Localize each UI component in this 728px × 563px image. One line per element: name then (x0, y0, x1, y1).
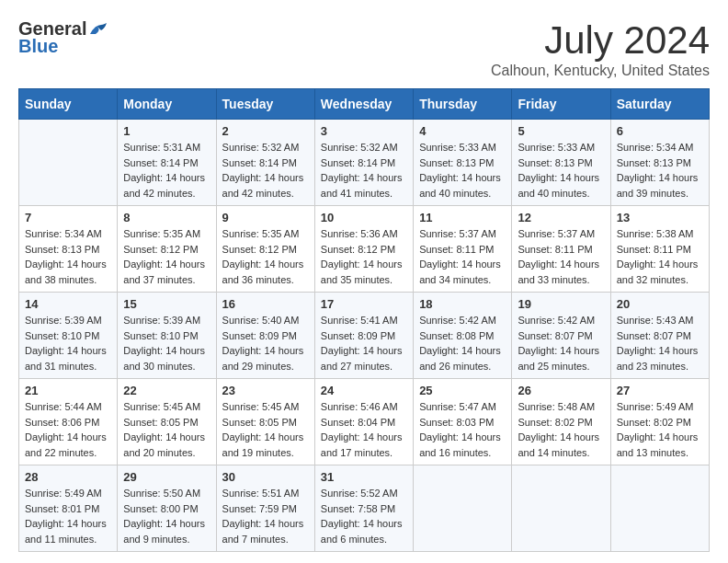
calendar-cell: 21Sunrise: 5:44 AMSunset: 8:06 PMDayligh… (19, 379, 118, 465)
calendar-cell: 1Sunrise: 5:31 AMSunset: 8:14 PMDaylight… (118, 120, 216, 206)
week-row-1: 1Sunrise: 5:31 AMSunset: 8:14 PMDaylight… (19, 120, 710, 206)
col-header-sunday: Sunday (19, 89, 118, 120)
day-number: 11 (419, 211, 506, 224)
week-row-5: 28Sunrise: 5:49 AMSunset: 8:01 PMDayligh… (19, 465, 710, 552)
day-number: 29 (123, 470, 210, 484)
day-info: Sunrise: 5:35 AMSunset: 8:12 PMDaylight:… (222, 226, 309, 287)
day-info: Sunrise: 5:44 AMSunset: 8:06 PMDaylight:… (25, 399, 111, 460)
calendar-cell: 25Sunrise: 5:47 AMSunset: 8:03 PMDayligh… (414, 379, 512, 465)
day-number: 20 (617, 297, 703, 311)
day-info: Sunrise: 5:36 AMSunset: 8:12 PMDaylight:… (321, 226, 407, 287)
logo: General Blue (18, 18, 108, 57)
col-header-thursday: Thursday (414, 89, 512, 120)
day-number: 27 (617, 384, 703, 397)
col-header-friday: Friday (512, 89, 610, 120)
day-info: Sunrise: 5:52 AMSunset: 7:58 PMDaylight:… (321, 486, 407, 546)
day-info: Sunrise: 5:41 AMSunset: 8:09 PMDaylight:… (321, 313, 407, 373)
calendar-cell: 5Sunrise: 5:33 AMSunset: 8:13 PMDaylight… (512, 120, 610, 206)
calendar-cell: 9Sunrise: 5:35 AMSunset: 8:12 PMDaylight… (216, 206, 314, 293)
day-info: Sunrise: 5:33 AMSunset: 8:13 PMDaylight:… (518, 140, 604, 201)
day-number: 6 (617, 124, 703, 138)
day-number: 30 (222, 470, 309, 484)
page-header: General Blue July 2024 Calhoun, Kentucky… (18, 18, 710, 79)
day-info: Sunrise: 5:49 AMSunset: 8:02 PMDaylight:… (617, 399, 703, 460)
calendar-cell: 30Sunrise: 5:51 AMSunset: 7:59 PMDayligh… (216, 465, 314, 552)
day-info: Sunrise: 5:34 AMSunset: 8:13 PMDaylight:… (617, 140, 703, 201)
calendar-cell: 22Sunrise: 5:45 AMSunset: 8:05 PMDayligh… (118, 379, 216, 465)
calendar-cell: 7Sunrise: 5:34 AMSunset: 8:13 PMDaylight… (19, 206, 118, 293)
calendar-cell (512, 465, 610, 552)
col-header-saturday: Saturday (610, 89, 709, 120)
day-info: Sunrise: 5:42 AMSunset: 8:08 PMDaylight:… (419, 313, 506, 373)
calendar-cell: 12Sunrise: 5:37 AMSunset: 8:11 PMDayligh… (512, 206, 610, 293)
day-info: Sunrise: 5:45 AMSunset: 8:05 PMDaylight:… (222, 399, 309, 460)
day-number: 3 (321, 124, 407, 138)
day-number: 31 (321, 470, 407, 484)
col-header-tuesday: Tuesday (216, 89, 314, 120)
day-info: Sunrise: 5:33 AMSunset: 8:13 PMDaylight:… (419, 140, 506, 201)
calendar-cell: 14Sunrise: 5:39 AMSunset: 8:10 PMDayligh… (19, 293, 118, 379)
calendar-cell: 4Sunrise: 5:33 AMSunset: 8:13 PMDaylight… (414, 120, 512, 206)
day-number: 24 (321, 384, 407, 397)
logo-bird-icon (88, 21, 108, 38)
calendar-cell: 23Sunrise: 5:45 AMSunset: 8:05 PMDayligh… (216, 379, 314, 465)
day-number: 5 (518, 124, 604, 138)
calendar-cell (19, 120, 118, 206)
day-info: Sunrise: 5:37 AMSunset: 8:11 PMDaylight:… (518, 226, 604, 287)
calendar-cell: 10Sunrise: 5:36 AMSunset: 8:12 PMDayligh… (314, 206, 413, 293)
calendar-cell: 29Sunrise: 5:50 AMSunset: 8:00 PMDayligh… (118, 465, 216, 552)
day-info: Sunrise: 5:46 AMSunset: 8:04 PMDaylight:… (321, 399, 407, 460)
day-info: Sunrise: 5:34 AMSunset: 8:13 PMDaylight:… (25, 226, 111, 287)
calendar-cell: 15Sunrise: 5:39 AMSunset: 8:10 PMDayligh… (118, 293, 216, 379)
day-info: Sunrise: 5:39 AMSunset: 8:10 PMDaylight:… (25, 313, 111, 373)
calendar-table: SundayMondayTuesdayWednesdayThursdayFrid… (18, 88, 710, 552)
day-number: 23 (222, 384, 309, 397)
day-number: 8 (123, 211, 210, 224)
day-info: Sunrise: 5:37 AMSunset: 8:11 PMDaylight:… (419, 226, 506, 287)
day-info: Sunrise: 5:45 AMSunset: 8:05 PMDaylight:… (123, 399, 210, 460)
day-number: 15 (123, 297, 210, 311)
day-number: 26 (518, 384, 604, 397)
day-number: 13 (617, 211, 703, 224)
calendar-cell: 8Sunrise: 5:35 AMSunset: 8:12 PMDaylight… (118, 206, 216, 293)
day-info: Sunrise: 5:50 AMSunset: 8:00 PMDaylight:… (123, 486, 210, 546)
calendar-cell: 31Sunrise: 5:52 AMSunset: 7:58 PMDayligh… (314, 465, 413, 552)
month-title: July 2024 (491, 18, 710, 63)
day-number: 22 (123, 384, 210, 397)
day-info: Sunrise: 5:32 AMSunset: 8:14 PMDaylight:… (222, 140, 309, 201)
day-info: Sunrise: 5:48 AMSunset: 8:02 PMDaylight:… (518, 399, 604, 460)
day-number: 21 (25, 384, 111, 397)
calendar-cell: 28Sunrise: 5:49 AMSunset: 8:01 PMDayligh… (19, 465, 118, 552)
day-info: Sunrise: 5:42 AMSunset: 8:07 PMDaylight:… (518, 313, 604, 373)
calendar-cell: 11Sunrise: 5:37 AMSunset: 8:11 PMDayligh… (414, 206, 512, 293)
day-number: 14 (25, 297, 111, 311)
title-block: July 2024 Calhoun, Kentucky, United Stat… (491, 18, 710, 79)
calendar-cell: 24Sunrise: 5:46 AMSunset: 8:04 PMDayligh… (314, 379, 413, 465)
day-number: 19 (518, 297, 604, 311)
day-number: 17 (321, 297, 407, 311)
day-info: Sunrise: 5:40 AMSunset: 8:09 PMDaylight:… (222, 313, 309, 373)
day-number: 10 (321, 211, 407, 224)
day-info: Sunrise: 5:43 AMSunset: 8:07 PMDaylight:… (617, 313, 703, 373)
col-header-wednesday: Wednesday (314, 89, 413, 120)
calendar-cell: 16Sunrise: 5:40 AMSunset: 8:09 PMDayligh… (216, 293, 314, 379)
calendar-cell (610, 465, 709, 552)
logo-blue: Blue (18, 36, 58, 57)
week-row-4: 21Sunrise: 5:44 AMSunset: 8:06 PMDayligh… (19, 379, 710, 465)
col-header-monday: Monday (118, 89, 216, 120)
day-number: 4 (419, 124, 506, 138)
day-info: Sunrise: 5:47 AMSunset: 8:03 PMDaylight:… (419, 399, 506, 460)
day-info: Sunrise: 5:39 AMSunset: 8:10 PMDaylight:… (123, 313, 210, 373)
week-row-2: 7Sunrise: 5:34 AMSunset: 8:13 PMDaylight… (19, 206, 710, 293)
calendar-cell: 13Sunrise: 5:38 AMSunset: 8:11 PMDayligh… (610, 206, 709, 293)
day-number: 12 (518, 211, 604, 224)
day-info: Sunrise: 5:38 AMSunset: 8:11 PMDaylight:… (617, 226, 703, 287)
day-number: 28 (25, 470, 111, 484)
calendar-cell: 27Sunrise: 5:49 AMSunset: 8:02 PMDayligh… (610, 379, 709, 465)
calendar-cell: 20Sunrise: 5:43 AMSunset: 8:07 PMDayligh… (610, 293, 709, 379)
calendar-cell (414, 465, 512, 552)
day-info: Sunrise: 5:51 AMSunset: 7:59 PMDaylight:… (222, 486, 309, 546)
calendar-header-row: SundayMondayTuesdayWednesdayThursdayFrid… (19, 89, 710, 120)
day-number: 1 (123, 124, 210, 138)
location-title: Calhoun, Kentucky, United States (491, 63, 710, 79)
